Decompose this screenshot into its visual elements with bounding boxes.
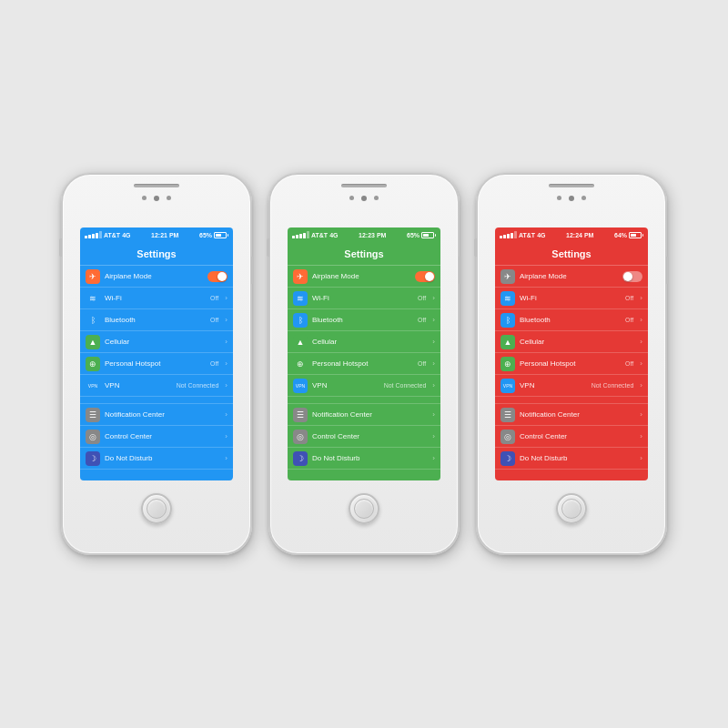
status-time: 12:23 PM: [359, 232, 386, 238]
row-label: Do Not Disturb: [312, 454, 428, 462]
signal-dots: [292, 231, 309, 238]
chevron-icon: ›: [640, 338, 642, 346]
chevron-icon: ›: [640, 454, 642, 462]
row-label: Airplane Mode: [105, 272, 203, 280]
icon-notification-center: ☰: [293, 408, 308, 422]
icon-control-center: ◎: [500, 430, 515, 444]
settings-title: Settings: [288, 242, 440, 266]
settings-row[interactable]: ☰Notification Center›: [80, 404, 233, 426]
settings-row[interactable]: ▲Cellular›: [495, 331, 648, 353]
settings-row[interactable]: ⊕Personal HotspotOff›: [288, 353, 440, 375]
row-value: Off: [418, 360, 426, 367]
settings-row[interactable]: ☰Notification Center›: [288, 404, 440, 426]
carrier: AT&T: [104, 232, 120, 238]
toggle-switch[interactable]: [415, 271, 435, 282]
chevron-icon: ›: [432, 381, 435, 389]
icon-personal-hotspot: ⊕: [86, 357, 100, 371]
settings-row[interactable]: ᛒBluetoothOff›: [288, 309, 440, 331]
phone-bottom: [556, 480, 587, 553]
settings-row[interactable]: ◎Control Center›: [288, 426, 440, 448]
settings-row[interactable]: ⊕Personal HotspotOff›: [495, 353, 648, 375]
settings-row[interactable]: VPNVPNNot Connected›: [288, 375, 440, 397]
settings-row[interactable]: ✈Airplane Mode: [495, 266, 648, 288]
speaker: [134, 184, 179, 187]
settings-row[interactable]: ≋Wi-FiOff›: [288, 288, 440, 309]
settings-row[interactable]: ✈Airplane Mode: [80, 266, 233, 288]
row-label: Airplane Mode: [520, 272, 618, 280]
status-left: AT&T4G: [85, 231, 131, 238]
speaker: [549, 184, 594, 187]
row-value: Off: [625, 317, 633, 323]
settings-row[interactable]: VPNVPNNot Connected›: [495, 375, 648, 397]
home-button[interactable]: [141, 493, 172, 524]
row-label: Wi-Fi: [520, 294, 621, 302]
section-gap: [495, 397, 648, 404]
row-label: Control Center: [105, 432, 220, 440]
settings-row[interactable]: ☰Notification Center›: [495, 404, 648, 426]
battery-icon: [629, 232, 643, 238]
settings-row[interactable]: ⊕Personal HotspotOff›: [80, 353, 233, 375]
icon-bluetooth: ᛒ: [500, 313, 515, 328]
settings-list: ✈Airplane Mode≋Wi-FiOff›ᛒBluetoothOff›▲C…: [495, 266, 648, 470]
settings-row[interactable]: ☽Do Not Disturb›: [495, 448, 648, 470]
settings-row[interactable]: ☽Do Not Disturb›: [80, 448, 233, 470]
settings-row[interactable]: ≋Wi-FiOff›: [495, 288, 648, 309]
chevron-icon: ›: [640, 359, 642, 368]
settings-row[interactable]: ◎Control Center›: [80, 426, 233, 448]
icon-bluetooth: ᛒ: [86, 313, 100, 328]
home-button[interactable]: [349, 493, 379, 524]
status-right: 65%: [407, 232, 436, 238]
toggle-switch[interactable]: [207, 271, 228, 282]
icon-bluetooth: ᛒ: [293, 313, 308, 328]
row-label: VPN: [312, 381, 379, 389]
side-button-right: [666, 257, 669, 284]
settings-row[interactable]: VPNVPNNot Connected›: [80, 375, 233, 397]
icon-personal-hotspot: ⊕: [293, 357, 308, 371]
row-label: Cellular: [312, 338, 428, 346]
row-label: Bluetooth: [312, 316, 413, 324]
settings-row[interactable]: ☽Do Not Disturb›: [288, 448, 440, 470]
chevron-icon: ›: [432, 454, 435, 462]
row-value: Off: [210, 295, 218, 301]
icon-notification-center: ☰: [500, 408, 515, 422]
icon-airplane-mode: ✈: [86, 269, 100, 284]
icon-control-center: ◎: [86, 430, 100, 444]
row-label: Notification Center: [105, 410, 220, 419]
network-type: 4G: [537, 232, 545, 238]
phone-bottom: [349, 480, 379, 553]
row-label: Wi-Fi: [312, 294, 413, 302]
settings-row[interactable]: ᛒBluetoothOff›: [80, 309, 233, 331]
row-value: Not Connected: [177, 382, 219, 389]
side-button-left: [59, 238, 62, 257]
settings-row[interactable]: ▲Cellular›: [80, 331, 233, 353]
carrier: AT&T: [519, 232, 535, 238]
row-label: Bluetooth: [105, 316, 206, 324]
phone-green: AT&T4G12:23 PM65%Settings✈Airplane Mode≋…: [268, 173, 460, 555]
settings-row[interactable]: ◎Control Center›: [495, 426, 648, 448]
home-button[interactable]: [556, 493, 587, 524]
battery-icon: [421, 232, 436, 238]
status-left: AT&T4G: [500, 231, 546, 238]
status-left: AT&T4G: [292, 231, 339, 238]
chevron-icon: ›: [225, 359, 228, 368]
chevron-icon: ›: [432, 294, 435, 302]
row-label: Notification Center: [312, 410, 428, 419]
row-label: Airplane Mode: [312, 272, 410, 280]
settings-row[interactable]: ≋Wi-FiOff›: [80, 288, 233, 309]
row-label: Do Not Disturb: [520, 454, 635, 462]
row-value: Off: [418, 317, 426, 323]
icon-do-not-disturb: ☽: [293, 451, 308, 466]
row-label: Wi-Fi: [105, 294, 206, 302]
toggle-switch[interactable]: [622, 271, 642, 282]
chevron-icon: ›: [432, 338, 435, 346]
settings-row[interactable]: ✈Airplane Mode: [288, 266, 440, 288]
settings-row[interactable]: ▲Cellular›: [288, 331, 440, 353]
icon-cellular: ▲: [86, 335, 100, 349]
chevron-icon: ›: [640, 316, 642, 324]
icon-wi-fi: ≋: [293, 291, 308, 306]
status-right: 65%: [199, 232, 228, 238]
row-label: Notification Center: [520, 410, 635, 419]
settings-row[interactable]: ᛒBluetoothOff›: [495, 309, 648, 331]
battery-percent: 65%: [407, 232, 420, 238]
battery-percent: 64%: [614, 232, 627, 238]
